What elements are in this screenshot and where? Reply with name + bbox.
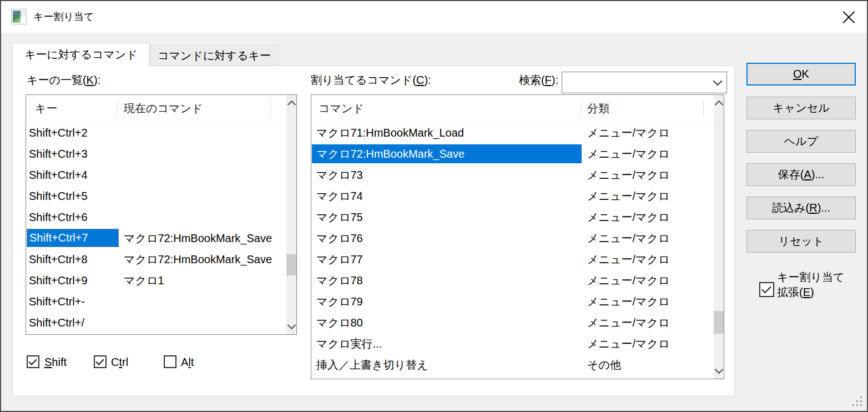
category-cell: メニュー/マクロ [587,185,669,207]
tab-label: キーに対するコマンド [24,47,138,62]
key-cell: Shift+Ctrl+2 [29,122,88,143]
command-list-scrollbar[interactable] [714,95,724,379]
key-list-rows: Shift+Ctrl+2 Shift+Ctrl+3 Shift+Ctrl+4 S… [26,122,286,334]
tab-command-for-key[interactable]: キーに対するコマンド [12,43,150,66]
category-cell: メニュー/マクロ [587,143,669,164]
shift-checkbox-label: Shift [44,355,67,368]
column-divider [581,99,582,117]
command-cell: マクロ80 [316,312,363,333]
scrollbar-thumb[interactable] [286,254,296,275]
command-cell: マクロ76 [316,228,363,249]
category-cell: メニュー/マクロ [587,228,669,249]
ctrl-checkbox[interactable] [94,355,107,368]
category-cell: メニュー/マクロ [587,270,669,291]
command-list-row[interactable]: マクロ74 メニュー/マクロ [311,185,714,207]
close-button[interactable] [835,4,862,30]
key-cell: Shift+Ctrl+5 [29,185,88,207]
command-list-row[interactable]: マクロ75 メニュー/マクロ [311,207,714,228]
key-cell: Shift+Ctrl+9 [29,270,88,291]
load-button[interactable]: 読込み(R)... [746,197,856,219]
command-cell: マクロ実行... [316,333,382,354]
command-list-row[interactable]: マクロ80 メニュー/マクロ [311,312,714,333]
alt-checkbox[interactable] [164,355,176,368]
command-list-row[interactable]: マクロ79 メニュー/マクロ [311,291,714,312]
key-list-row[interactable]: Shift+Ctrl+6 [26,207,286,228]
column-header-category[interactable]: 分類 [587,95,609,122]
window-title: キー割り当て [33,1,94,33]
key-list-row[interactable]: Shift+Ctrl+/ [26,312,286,333]
cancel-button[interactable]: キャンセル [746,97,856,119]
command-list-row[interactable]: マクロ実行... メニュー/マクロ [311,333,714,354]
key-list-row[interactable]: Shift+Ctrl+5 [26,185,286,207]
command-cell: マクロ73 [316,164,363,185]
search-input[interactable] [562,72,709,93]
scroll-up-button[interactable] [286,95,296,112]
key-list-row[interactable]: Shift+Ctrl+2 [26,122,286,143]
reset-button[interactable]: リセット [746,230,856,253]
scroll-down-button[interactable] [714,362,724,379]
command-cell: マクロ79 [316,291,363,312]
command-list[interactable]: コマンド 分類 マクロ71:HmBookMark_Load メニュー/マクロ マ… [311,94,724,379]
key-assignment-extension-checkbox[interactable] [759,282,774,297]
command-list-row[interactable]: マクロ71:HmBookMark_Load メニュー/マクロ [311,122,714,143]
ok-button[interactable]: OK [746,63,856,86]
key-cell: Shift+Ctrl+- [29,291,85,312]
command-list-row[interactable]: マクロ72:HmBookMark_Save メニュー/マクロ [311,143,714,164]
column-header-command[interactable]: コマンド [319,95,364,122]
key-list-scrollbar[interactable] [286,95,296,334]
scroll-up-button[interactable] [714,95,724,112]
command-cell: マクロ77 [316,249,363,270]
resize-grip-icon[interactable] [852,396,854,398]
shift-checkbox[interactable] [27,355,39,368]
app-icon-page [21,11,25,16]
key-list-row[interactable]: Shift+Ctrl+8 マクロ72:HmBookMark_Save [26,249,286,270]
column-divider [703,99,704,117]
combobox-dropdown-button[interactable] [709,72,726,93]
key-cell: Shift+Ctrl+/ [29,312,84,333]
command-list-row[interactable]: 挿入／上書き切り替え その他 [311,354,714,375]
close-icon [841,9,856,25]
chevron-down-icon [287,320,296,329]
save-button[interactable]: 保存(A)... [746,163,856,186]
command-list-row[interactable]: マクロ77 メニュー/マクロ [311,249,714,270]
ctrl-checkbox-label: Ctrl [111,355,128,368]
key-list-row[interactable]: Shift+Ctrl+9 マクロ1 [26,270,286,291]
category-cell: その他 [587,354,621,375]
chevron-up-icon [287,100,296,109]
command-cell: 挿入／上書き切り替え [316,354,428,375]
chevron-down-icon [713,76,723,86]
category-cell: メニュー/マクロ [587,122,669,143]
column-header-key[interactable]: キー [35,95,57,122]
command-list-row[interactable]: マクロ76 メニュー/マクロ [311,228,714,249]
current-command-cell: マクロ1 [124,270,164,291]
key-list-row[interactable]: Shift+Ctrl+- [26,291,286,312]
scroll-down-button[interactable] [286,318,296,334]
column-header-current-command[interactable]: 現在のコマンド [124,95,203,122]
command-cell: マクロ74 [316,185,363,207]
scrollbar-thumb[interactable] [714,311,724,334]
key-list-label: キーの一覧(K): [27,73,100,88]
help-button[interactable]: ヘルプ [746,130,856,153]
titlebar[interactable]: キー割り当て [1,1,867,33]
chevron-down-icon [714,365,723,374]
tab-label: コマンドに対するキー [158,48,271,63]
command-list-rows: マクロ71:HmBookMark_Load メニュー/マクロ マクロ72:HmB… [311,122,714,379]
key-list-row[interactable]: Shift+Ctrl+3 [26,143,286,164]
current-command-cell: マクロ72:HmBookMark_Save [124,249,272,270]
command-list-header: コマンド 分類 [311,95,714,123]
key-list[interactable]: キー 現在のコマンド Shift+Ctrl+2 Shift+Ctrl+3 Shi… [26,94,297,335]
category-cell: メニュー/マクロ [587,249,669,270]
key-list-row[interactable]: Shift+Ctrl+4 [26,164,286,185]
category-cell: メニュー/マクロ [587,333,669,354]
tab-key-for-command[interactable]: コマンドに対するキー [150,45,279,66]
key-cell: Shift+Ctrl+4 [29,164,88,185]
command-list-row[interactable]: マクロ73 メニュー/マクロ [311,164,714,185]
command-list-row[interactable]: マクロ78 メニュー/マクロ [311,270,714,291]
category-cell: メニュー/マクロ [587,291,669,312]
search-combobox[interactable] [562,72,727,93]
key-cell: Shift+Ctrl+7 [27,229,119,247]
command-cell: マクロ72:HmBookMark_Save [312,144,582,163]
alt-checkbox-label: Alt [181,355,194,368]
category-cell: メニュー/マクロ [587,164,669,185]
key-list-row[interactable]: Shift+Ctrl+7 マクロ72:HmBookMark_Save [26,228,286,249]
